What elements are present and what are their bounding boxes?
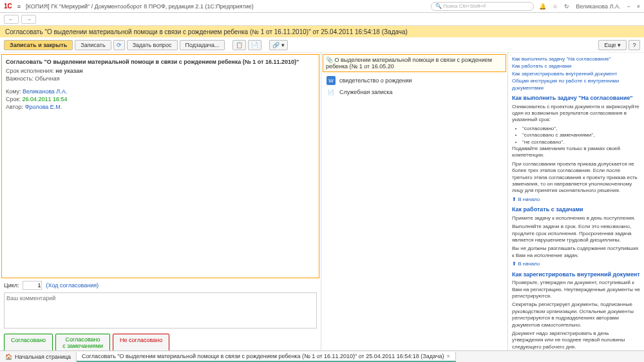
approval-progress-link[interactable]: (Ход согласования) bbox=[46, 282, 99, 289]
app-logo: 1C bbox=[4, 3, 12, 10]
app-title: [КОПИЯ] ГК "Меркурий" / Документооборот … bbox=[26, 3, 426, 10]
help-toc-link[interactable]: Как зарегистрировать внутренний документ bbox=[512, 71, 640, 77]
save-close-button[interactable]: Записать и закрыть bbox=[4, 40, 73, 50]
document-title: Согласовать "О выделении материальной по… bbox=[0, 26, 644, 37]
list-item[interactable]: 📄Служебная записка bbox=[324, 86, 505, 98]
doc-icon: W bbox=[327, 76, 336, 85]
minimize-icon[interactable]: − bbox=[627, 3, 630, 10]
tool-icon-2[interactable]: 📄 bbox=[248, 40, 261, 50]
tab-document[interactable]: Согласовать "О выделении материальной по… bbox=[77, 352, 456, 362]
close-icon[interactable]: × bbox=[637, 3, 640, 10]
ask-button[interactable]: Задать вопрос bbox=[127, 40, 178, 50]
cycle-label: Цикл: bbox=[4, 282, 19, 289]
help-toc-link[interactable]: Общая инструкция по работе с внутренними… bbox=[512, 78, 640, 91]
task-title: Согласовать "О выделении материальной по… bbox=[6, 59, 315, 65]
to-top-link[interactable]: ⬆ В начало bbox=[512, 196, 640, 203]
more-button[interactable]: Еще ▾ bbox=[598, 40, 627, 50]
comment-textarea[interactable] bbox=[4, 292, 317, 329]
forward-button[interactable]: → bbox=[21, 15, 36, 24]
help-icon[interactable]: ? bbox=[629, 40, 640, 50]
tool-icon-1[interactable]: 📋 bbox=[232, 40, 246, 50]
list-item[interactable]: Wсвидетельство о рождении bbox=[324, 75, 505, 86]
assignee-link[interactable]: Великанова Л.А. bbox=[23, 88, 67, 95]
subtask-button[interactable]: Подзадача... bbox=[180, 40, 225, 50]
back-button[interactable]: ← bbox=[4, 15, 19, 24]
history-icon[interactable]: ↻ bbox=[564, 3, 569, 10]
bell-icon[interactable]: 🔔 bbox=[539, 3, 546, 10]
search-input[interactable]: 🔍 Поиск Ctrl+Shift+F bbox=[431, 2, 534, 11]
user-name[interactable]: Великанова Л.А. bbox=[576, 3, 620, 10]
star-icon[interactable]: ☆ bbox=[553, 3, 558, 10]
refresh-icon[interactable]: ⟳ bbox=[113, 40, 125, 50]
menu-icon[interactable]: ≡ bbox=[17, 3, 21, 10]
save-button[interactable]: Записать bbox=[75, 40, 111, 50]
tab-home[interactable]: 🏠 Начальная страница bbox=[0, 352, 77, 361]
task-panel: Согласовать "О выделении материальной по… bbox=[1, 54, 319, 278]
to-top-link[interactable]: ⬆ В начало bbox=[512, 261, 640, 267]
help-toc-link[interactable]: Как работать с задачами bbox=[512, 63, 640, 70]
note-icon: 📄 bbox=[327, 88, 336, 97]
close-tab-icon[interactable]: × bbox=[447, 353, 450, 359]
cycle-input[interactable] bbox=[23, 281, 42, 290]
attachment-header[interactable]: 📎 О выделении материальной помощи в связ… bbox=[323, 54, 506, 72]
author-link[interactable]: Фролова Е.М. bbox=[25, 104, 62, 110]
help-toc-link[interactable]: Как выполнить задачу "На согласование" bbox=[512, 56, 640, 62]
help-panel: Как выполнить задачу "На согласование" К… bbox=[507, 53, 644, 356]
attach-icon[interactable]: 🔗 ▾ bbox=[269, 40, 288, 50]
